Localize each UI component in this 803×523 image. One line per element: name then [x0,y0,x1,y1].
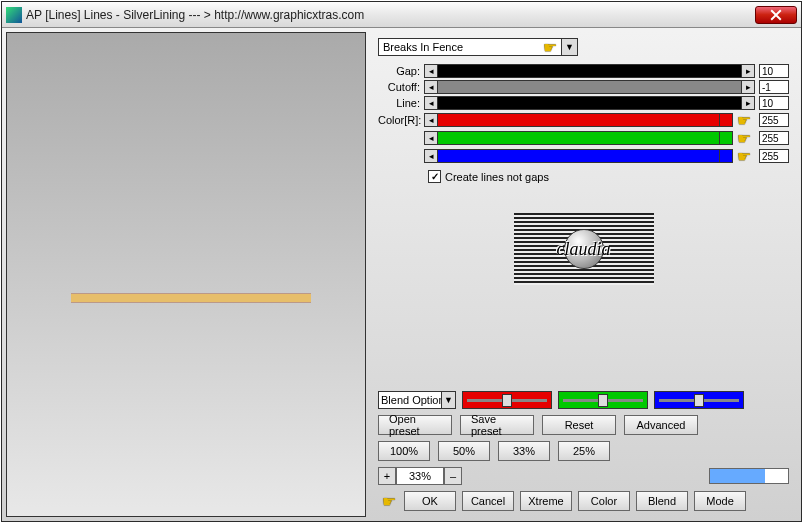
cutoff-value[interactable]: -1 [759,80,789,94]
close-button[interactable] [755,6,797,24]
color-r-dec-button[interactable]: ◂ [424,113,438,127]
preset-combo-label: Breaks In Fence [383,41,539,53]
color-r-row: Color[R]: ◂ 255 [378,112,789,128]
line-inc-button[interactable]: ▸ [741,96,755,110]
blend-green-slider[interactable] [558,391,648,409]
color-b-row: ◂ 255 [378,148,789,164]
line-value[interactable]: 10 [759,96,789,110]
zoom-100-button[interactable]: 100% [378,441,430,461]
color-g-inc-button[interactable] [719,131,733,145]
color-g-row: ◂ 255 [378,130,789,146]
logo: claudia [514,213,654,285]
zoom-value: 33% [396,467,444,485]
color-b-inc-button[interactable] [719,149,733,163]
cutoff-row: Cutoff: ◂ ▸ -1 [378,80,789,94]
gap-slider[interactable] [438,64,741,78]
gap-inc-button[interactable]: ▸ [741,64,755,78]
color-b-value[interactable]: 255 [759,149,789,163]
cancel-button[interactable]: Cancel [462,491,514,511]
pointer-icon [539,39,561,55]
line-dec-button[interactable]: ◂ [424,96,438,110]
gap-row: Gap: ◂ ▸ 10 [378,64,789,78]
advanced-button[interactable]: Advanced [624,415,698,435]
cutoff-label: Cutoff: [378,81,424,93]
color-r-inc-button[interactable] [719,113,733,127]
mode-button[interactable]: Mode [694,491,746,511]
zoom-in-button[interactable]: + [378,467,396,485]
dialog-buttons-row: OK Cancel Xtreme Color Blend Mode [378,491,789,511]
blend-combo-label: Blend Options [381,394,441,406]
logo-text: claudia [557,239,611,260]
controls-pane: Breaks In Fence ▼ Gap: ◂ ▸ 10 Cutoff: [370,32,797,517]
color-b-dec-button[interactable]: ◂ [424,149,438,163]
save-preset-button[interactable]: Save preset [460,415,534,435]
zoom-out-button[interactable]: – [444,467,462,485]
blend-blue-slider[interactable] [654,391,744,409]
color-b-slider[interactable] [438,149,719,163]
progress-bar [709,468,789,484]
zoom-stepper-row: + 33% – [378,467,789,485]
zoom-presets-row: 100% 50% 33% 25% [378,441,789,461]
chevron-down-icon[interactable]: ▼ [441,392,455,408]
cutoff-dec-button[interactable]: ◂ [424,80,438,94]
blend-button[interactable]: Blend [636,491,688,511]
color-r-value[interactable]: 255 [759,113,789,127]
xtreme-button[interactable]: Xtreme [520,491,572,511]
pointer-icon [733,148,755,164]
blend-combo[interactable]: Blend Options ▼ [378,391,456,409]
color-r-label: Color[R]: [378,114,424,126]
preview-line [71,293,311,303]
open-preset-button[interactable]: Open preset [378,415,452,435]
cutoff-inc-button[interactable]: ▸ [741,80,755,94]
preset-combo[interactable]: Breaks In Fence ▼ [378,38,578,56]
blend-row: Blend Options ▼ [378,391,789,409]
line-label: Line: [378,97,424,109]
gap-value[interactable]: 10 [759,64,789,78]
ok-button[interactable]: OK [404,491,456,511]
app-icon [6,7,22,23]
line-row: Line: ◂ ▸ 10 [378,96,789,110]
reset-button[interactable]: Reset [542,415,616,435]
create-lines-row: ✓ Create lines not gaps [428,170,789,183]
color-button[interactable]: Color [578,491,630,511]
dialog-window: AP [Lines] Lines - SilverLining --- > ht… [1,1,802,522]
chevron-down-icon[interactable]: ▼ [561,39,577,55]
line-slider[interactable] [438,96,741,110]
create-lines-label: Create lines not gaps [445,171,549,183]
color-g-value[interactable]: 255 [759,131,789,145]
preview-pane [6,32,366,517]
pointer-icon [378,493,400,509]
zoom-50-button[interactable]: 50% [438,441,490,461]
zoom-33-button[interactable]: 33% [498,441,550,461]
gap-label: Gap: [378,65,424,77]
blend-red-slider[interactable] [462,391,552,409]
titlebar[interactable]: AP [Lines] Lines - SilverLining --- > ht… [2,2,801,28]
window-title: AP [Lines] Lines - SilverLining --- > ht… [26,8,755,22]
color-g-slider[interactable] [438,131,719,145]
dialog-body: Breaks In Fence ▼ Gap: ◂ ▸ 10 Cutoff: [2,28,801,521]
preset-buttons-row: Open preset Save preset Reset Advanced [378,415,789,435]
zoom-25-button[interactable]: 25% [558,441,610,461]
pointer-icon [733,130,755,146]
gap-dec-button[interactable]: ◂ [424,64,438,78]
pointer-icon [733,112,755,128]
progress-fill [710,469,765,483]
cutoff-slider[interactable] [438,80,741,94]
close-icon [770,9,782,21]
color-g-dec-button[interactable]: ◂ [424,131,438,145]
create-lines-checkbox[interactable]: ✓ [428,170,441,183]
color-r-slider[interactable] [438,113,719,127]
